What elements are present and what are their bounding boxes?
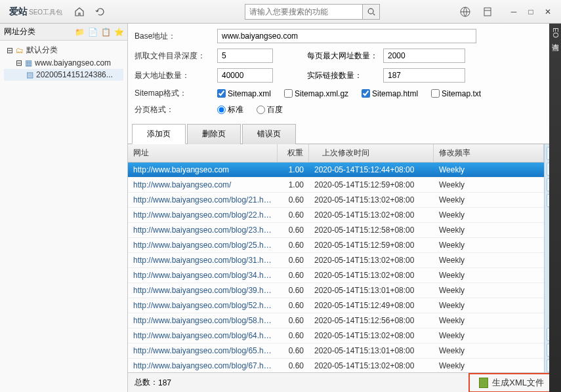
add-file-icon[interactable]: 📄 (88, 28, 97, 37)
fmt-xml-checkbox[interactable]: Sitemap.xml (217, 89, 271, 98)
th-priority[interactable]: 权重 (278, 144, 309, 162)
table-row[interactable]: http://www.baiyangseo.com/blog/52.html0.… (128, 298, 544, 313)
cell-freq: Weekly (434, 223, 544, 237)
copy-icon[interactable]: 📋 (101, 28, 110, 37)
th-url[interactable]: 网址 (128, 144, 278, 162)
star-icon[interactable]: ⭐ (114, 28, 123, 37)
paging-std-radio[interactable]: 标准 (217, 104, 243, 115)
table-row[interactable]: http://www.baiyangseo.com/1.002020-05-14… (128, 178, 544, 193)
close-button[interactable]: ✕ (540, 5, 556, 18)
cell-url: http://www.baiyangseo.com/ (128, 178, 278, 192)
cell-url: http://www.baiyangseo.com (128, 163, 278, 177)
settings-form: Base地址： 抓取文件目录深度： 每页最大网址数量： 最大地址数量： 实际链接… (128, 24, 561, 123)
add-folder-icon[interactable]: 📁 (75, 28, 84, 37)
table-row[interactable]: http://www.baiyangseo.com/blog/22.html0.… (128, 208, 544, 223)
table-row[interactable]: http://www.baiyangseo.com/blog/21.html0.… (128, 193, 544, 208)
tree-root[interactable]: ⊟🗂默认分类 (4, 43, 123, 57)
cell-freq: Weekly (434, 208, 544, 222)
cell-lastmod: 2020-05-14T15:12:58+08:00 (309, 223, 434, 237)
generate-xml-button[interactable]: 生成XML文件 (468, 373, 554, 393)
fmt-gz-checkbox[interactable]: Sitemap.xml.gz (284, 89, 348, 98)
maximize-button[interactable]: □ (523, 5, 539, 18)
cell-priority: 0.60 (278, 343, 309, 358)
cell-priority: 0.60 (278, 223, 309, 237)
cell-lastmod: 2020-05-14T15:13:01+08:00 (309, 283, 434, 298)
cell-freq: Weekly (434, 268, 544, 283)
right-edge-label: EO查询 (551, 28, 560, 38)
tree-root-label: 默认分类 (26, 45, 58, 56)
cell-freq: Weekly (434, 343, 544, 358)
cell-url: http://www.baiyangseo.com/blog/34.html (128, 268, 278, 283)
cell-lastmod: 2020-05-14T15:13:01+08:00 (309, 343, 434, 358)
tab-delete[interactable]: 删除页 (187, 124, 241, 144)
cell-url: http://www.baiyangseo.com/blog/58.html (128, 313, 278, 328)
cell-freq: Weekly (434, 283, 544, 298)
tree-site[interactable]: ⊟▦www.baiyangseo.com (4, 57, 123, 69)
paging-baidu-radio[interactable]: 百度 (257, 104, 283, 115)
table-row[interactable]: http://www.baiyangseo.com/blog/23.html0.… (128, 223, 544, 238)
table-row[interactable]: http://www.baiyangseo.com/blog/25.html0.… (128, 238, 544, 253)
table-row[interactable]: http://www.baiyangseo.com/blog/65.html0.… (128, 343, 544, 359)
globe-icon[interactable] (457, 4, 473, 20)
minus-icon: ⊟ (16, 58, 22, 68)
table-row[interactable]: http://www.baiyangseo.com/blog/58.html0.… (128, 313, 544, 328)
total-value: 187 (158, 378, 171, 387)
perpage-input[interactable] (383, 49, 465, 63)
cell-url: http://www.baiyangseo.com/blog/31.html (128, 253, 278, 267)
depth-label: 抓取文件目录深度： (135, 50, 213, 62)
search-input[interactable] (245, 4, 363, 20)
table-row[interactable]: http://www.baiyangseo.com/blog/34.html0.… (128, 268, 544, 283)
url-table: 网址 权重 上次修改时间 修改频率 http://www.baiyangseo.… (128, 144, 544, 372)
cell-lastmod: 2020-05-14T15:13:02+08:00 (309, 253, 434, 267)
tab-add[interactable]: 添加页 (132, 124, 186, 144)
home-icon[interactable] (72, 4, 87, 20)
th-lastmod[interactable]: 上次修改时间 (309, 144, 434, 162)
svg-point-0 (368, 9, 373, 14)
refresh-icon[interactable] (93, 4, 108, 20)
cell-lastmod: 2020-05-14T15:13:02+08:00 (309, 193, 434, 207)
fmt-txt-checkbox[interactable]: Sitemap.txt (431, 89, 481, 98)
cell-priority: 0.60 (278, 283, 309, 298)
cell-lastmod: 2020-05-14T15:12:59+08:00 (309, 178, 434, 192)
maxurl-input[interactable] (217, 68, 273, 83)
cell-freq: Weekly (434, 359, 544, 372)
cell-priority: 0.60 (278, 313, 309, 328)
cell-lastmod: 2020-05-14T15:12:44+08:00 (309, 163, 434, 177)
table-row[interactable]: http://www.baiyangseo.com/blog/39.html0.… (128, 283, 544, 298)
table-wrap: 网址 权重 上次修改时间 修改频率 http://www.baiyangseo.… (128, 144, 561, 372)
table-row[interactable]: http://www.baiyangseo.com/blog/64.html0.… (128, 328, 544, 343)
depth-input[interactable] (217, 49, 273, 63)
table-row[interactable]: http://www.baiyangseo.com1.002020-05-14T… (128, 163, 544, 178)
cell-priority: 1.00 (278, 163, 309, 177)
cell-freq: Weekly (434, 313, 544, 328)
table-body: http://www.baiyangseo.com1.002020-05-14T… (128, 163, 544, 372)
cell-priority: 0.60 (278, 193, 309, 207)
cell-url: http://www.baiyangseo.com/blog/39.html (128, 283, 278, 298)
topbar-right: ─ □ ✕ (457, 4, 556, 20)
search-button[interactable] (363, 4, 380, 20)
minus-icon: ⊟ (7, 46, 13, 55)
cell-freq: Weekly (434, 163, 544, 177)
table-row[interactable]: http://www.baiyangseo.com/blog/31.html0.… (128, 253, 544, 268)
cell-lastmod: 2020-05-14T15:12:49+08:00 (309, 298, 434, 313)
cell-lastmod: 2020-05-14T15:13:02+08:00 (309, 268, 434, 283)
base-url-input[interactable] (217, 29, 476, 43)
tree-task-label: 2020051415124386... (36, 70, 113, 79)
left-panel-header: 网址分类 📁 📄 📋 ⭐ (0, 24, 127, 41)
th-freq[interactable]: 修改频率 (434, 144, 544, 162)
cell-url: http://www.baiyangseo.com/blog/21.html (128, 193, 278, 207)
cell-lastmod: 2020-05-14T15:13:02+08:00 (309, 328, 434, 343)
total-label: 总数： (135, 377, 158, 388)
fmt-html-checkbox[interactable]: Sitemap.html (362, 89, 418, 98)
cell-url: http://www.baiyangseo.com/blog/22.html (128, 208, 278, 222)
tree-task[interactable]: ▤2020051415124386... (4, 69, 123, 81)
actual-input[interactable] (383, 68, 465, 83)
theme-icon[interactable] (480, 4, 495, 20)
page-tabs: 添加页 删除页 错误页 (128, 123, 561, 144)
tab-error[interactable]: 错误页 (242, 124, 296, 144)
left-panel: 网址分类 📁 📄 📋 ⭐ ⊟🗂默认分类 ⊟▦www.baiyangseo.com… (0, 24, 128, 392)
table-row[interactable]: http://www.baiyangseo.com/blog/67.html0.… (128, 359, 544, 372)
minimize-button[interactable]: ─ (506, 5, 522, 18)
cell-lastmod: 2020-05-14T15:12:59+08:00 (309, 238, 434, 252)
cell-priority: 0.60 (278, 208, 309, 222)
